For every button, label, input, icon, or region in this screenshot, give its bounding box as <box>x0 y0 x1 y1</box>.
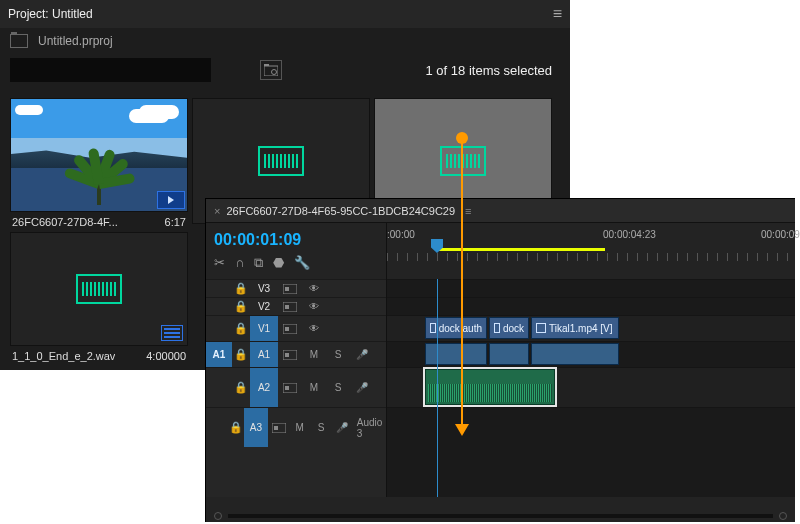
timeline-content[interactable]: dock auth dock Tikal1.mp4 [V] <box>386 279 795 497</box>
solo-button[interactable]: S <box>328 379 348 397</box>
mute-button[interactable]: M <box>304 346 324 364</box>
bin-item-duration: 6:17 <box>165 216 186 228</box>
svg-rect-8 <box>285 327 289 331</box>
mute-button[interactable]: M <box>291 419 308 437</box>
sequence-name[interactable]: 26FC6607-27D8-4F65-95CC-1BDCB24C9C29 <box>226 205 455 217</box>
svg-point-2 <box>272 70 277 75</box>
track-header-a3[interactable]: 🔒 A3 M S 🎤 Audio 3 <box>206 407 386 447</box>
bin-item-name: 26FC6607-27D8-4F... <box>12 216 118 228</box>
drag-arrow-annotation <box>461 138 463 434</box>
toggle-output-icon[interactable] <box>280 320 300 338</box>
lock-icon[interactable]: 🔒 <box>232 322 250 335</box>
track-label: Audio 3 <box>353 417 386 439</box>
search-input[interactable] <box>10 58 211 82</box>
solo-button[interactable]: S <box>328 346 348 364</box>
sequence-badge-icon <box>161 325 183 341</box>
lock-icon[interactable]: 🔒 <box>232 282 250 295</box>
video-clip[interactable]: Tikal1.mp4 [V] <box>531 317 619 339</box>
audio-clip[interactable] <box>425 343 487 365</box>
horizontal-scrollbar[interactable] <box>228 514 773 518</box>
mute-button[interactable]: M <box>304 379 324 397</box>
project-search-row: ⌕ 1 of 18 items selected <box>0 58 570 92</box>
track-name[interactable]: V3 <box>250 283 278 294</box>
video-thumbnail <box>11 99 187 211</box>
waveform <box>428 384 552 402</box>
svg-rect-4 <box>285 287 289 291</box>
project-title: Project: Untitled <box>8 7 93 21</box>
svg-rect-6 <box>285 305 289 309</box>
eye-icon[interactable]: 👁 <box>304 320 324 338</box>
track-headers: 🔒 V3 👁 🔒 V2 👁 🔒 V1 👁 <box>206 279 386 497</box>
eye-icon[interactable]: 👁 <box>304 280 324 298</box>
timeline-scrollbar[interactable] <box>206 510 795 522</box>
track-header-v3[interactable]: 🔒 V3 👁 <box>206 279 386 297</box>
time-ruler[interactable]: :00:00 00:00:04:23 00:00:09:23 <box>386 223 795 279</box>
bin-item-audio[interactable]: 1_1_0_End_e_2.wav 4:00000 <box>10 232 188 362</box>
audio-waveform-icon <box>440 146 486 176</box>
toggle-output-icon[interactable] <box>270 419 287 437</box>
video-clip[interactable]: dock <box>489 317 529 339</box>
zoom-handle-right[interactable] <box>779 512 787 520</box>
track-header-v2[interactable]: 🔒 V2 👁 <box>206 297 386 315</box>
eye-icon[interactable]: 👁 <box>304 298 324 316</box>
timeline-body: 🔒 V3 👁 🔒 V2 👁 🔒 V1 👁 <box>206 279 795 497</box>
tab-menu-icon[interactable]: ≡ <box>465 205 471 217</box>
marker-icon[interactable]: ⬣ <box>273 255 284 271</box>
track-name[interactable]: A3 <box>244 408 268 447</box>
track-header-a2[interactable]: 🔒 A2 M S 🎤 <box>206 367 386 407</box>
ruler-ticks <box>387 253 795 261</box>
lock-icon[interactable]: 🔒 <box>232 300 250 313</box>
svg-rect-10 <box>285 353 289 357</box>
audio-clip-selected[interactable] <box>425 369 555 405</box>
voiceover-icon[interactable]: 🎤 <box>334 419 351 437</box>
lock-icon[interactable]: 🔒 <box>232 381 250 394</box>
track-name[interactable]: V2 <box>250 301 278 312</box>
track-header-v1[interactable]: 🔒 V1 👁 <box>206 315 386 341</box>
project-tabbar: Project: Untitled ≡ <box>0 0 570 28</box>
toggle-output-icon[interactable] <box>280 280 300 298</box>
clip-icon <box>536 323 546 333</box>
toggle-output-icon[interactable] <box>280 298 300 316</box>
solo-button[interactable]: S <box>312 419 329 437</box>
insert-overwrite-icon[interactable]: ✂︎ <box>214 255 225 271</box>
lock-icon[interactable]: 🔒 <box>232 348 250 361</box>
svg-rect-1 <box>264 64 269 66</box>
av-badge-icon <box>157 191 185 209</box>
voiceover-icon[interactable]: 🎤 <box>352 379 372 397</box>
timeline-tools: ✂︎ ∩ ⧉ ⬣ 🔧 <box>214 255 378 271</box>
track-header-a1[interactable]: A1 🔒 A1 M S 🎤 <box>206 341 386 367</box>
snap-icon[interactable]: ∩ <box>235 255 244 271</box>
ruler-label: 00:00:04:23 <box>603 229 656 240</box>
project-file-row: Untitled.prproj <box>0 28 570 58</box>
panel-menu-icon[interactable]: ≡ <box>553 5 562 23</box>
settings-icon[interactable]: 🔧 <box>294 255 310 271</box>
linked-selection-icon[interactable]: ⧉ <box>254 255 263 271</box>
audio-clip[interactable] <box>531 343 619 365</box>
clip-icon <box>430 323 436 333</box>
close-tab-icon[interactable]: × <box>214 205 220 217</box>
track-name[interactable]: A2 <box>250 368 278 407</box>
lock-icon[interactable]: 🔒 <box>228 421 243 434</box>
video-clip[interactable]: dock auth <box>425 317 487 339</box>
ruler-label: :00:00 <box>387 229 415 240</box>
toggle-output-icon[interactable] <box>280 346 300 364</box>
audio-clip[interactable] <box>489 343 529 365</box>
audio-waveform-icon <box>258 146 304 176</box>
project-filename: Untitled.prproj <box>38 34 113 48</box>
bin-item-name: 1_1_0_End_e_2.wav <box>12 350 115 362</box>
new-bin-button[interactable] <box>260 60 282 80</box>
source-patch[interactable]: A1 <box>206 342 232 367</box>
toggle-output-icon[interactable] <box>280 379 300 397</box>
timeline-header: 00:00:01:09 ✂︎ ∩ ⧉ ⬣ 🔧 :00:00 00:00:04:2… <box>206 223 795 279</box>
clip-icon <box>494 323 500 333</box>
svg-rect-12 <box>285 386 289 390</box>
voiceover-icon[interactable]: 🎤 <box>352 346 372 364</box>
bin-item-video[interactable]: 26FC6607-27D8-4F... 6:17 <box>10 98 188 228</box>
track-name[interactable]: V1 <box>250 316 278 341</box>
timeline-tabbar: × 26FC6607-27D8-4F65-95CC-1BDCB24C9C29 ≡ <box>206 199 795 223</box>
playhead-line[interactable] <box>437 279 438 497</box>
track-name[interactable]: A1 <box>250 342 278 367</box>
project-folder-icon <box>10 34 28 48</box>
zoom-handle-left[interactable] <box>214 512 222 520</box>
timecode-display[interactable]: 00:00:01:09 <box>214 229 378 255</box>
